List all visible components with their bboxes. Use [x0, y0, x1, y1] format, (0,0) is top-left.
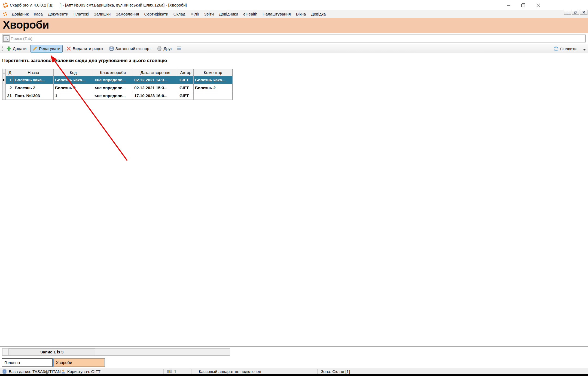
cell-comment[interactable]: Болезнь кака... — [194, 76, 232, 84]
cell-class[interactable]: <не определе... — [93, 92, 133, 100]
mdi-restore-button[interactable] — [572, 10, 579, 15]
menu-platezhi[interactable]: Платежі — [74, 12, 89, 16]
status-separator — [58, 369, 58, 374]
database-label: База даних: TASA3@TITAN — [9, 369, 61, 374]
window-restore-button[interactable] — [517, 0, 529, 10]
toolbar-grip[interactable] — [2, 46, 3, 51]
export-button-label: Загальний експорт — [115, 46, 151, 51]
menu-zamovlennia[interactable]: Замовлення — [116, 12, 139, 16]
diseases-table: ІД Назва Код Клас хвороби Дата створення… — [2, 69, 233, 100]
window-close-button[interactable] — [532, 0, 545, 10]
refresh-button[interactable]: Оновити — [551, 45, 579, 53]
menu-bar: Довідник Каса Документи Платежі Залишки … — [0, 10, 588, 18]
cell-name[interactable]: Болезнь 2 — [13, 84, 53, 92]
column-header-class[interactable]: Клас хвороби — [93, 69, 133, 76]
pencil-icon — [32, 46, 37, 51]
cell-name[interactable]: Болезнь кака... — [13, 76, 53, 84]
annotation-arrow — [0, 0, 588, 376]
app-logo-small-icon — [3, 12, 7, 16]
cell-created[interactable]: 02.12.2021 14:3... — [133, 76, 178, 84]
tab-khvoroby[interactable]: Хвороби — [53, 358, 105, 367]
column-header-code[interactable]: Код — [54, 69, 93, 76]
cell-class[interactable]: <не определе... — [93, 84, 133, 92]
column-header-name[interactable]: Назва — [13, 69, 53, 76]
menu-nalashtuvannia[interactable]: Налаштування — [263, 12, 291, 16]
delete-row-button-label: Видалити рядок — [73, 46, 103, 51]
cell-created[interactable]: 02.12.2021 15:3... — [133, 84, 178, 92]
cell-class[interactable]: <не определе... — [93, 76, 133, 84]
toolbar: Додати Редагувати Видалити рядок Загальн… — [0, 44, 588, 53]
cell-name[interactable]: Пост. №1303 — [13, 92, 53, 100]
add-button-label: Додати — [13, 46, 26, 51]
row-indicator — [2, 92, 5, 100]
app-logo-icon — [3, 2, 8, 8]
menu-zvity[interactable]: Звіти — [204, 12, 214, 16]
cash-count: 1 — [174, 369, 176, 374]
row-indicator-header — [2, 69, 5, 76]
menu-sertyfikaty[interactable]: Сертифікати — [144, 12, 168, 16]
edit-button[interactable]: Редагувати — [30, 45, 63, 53]
record-navigator-bar: Запис 1 із 3 — [2, 348, 230, 356]
cell-id[interactable]: 2 — [6, 84, 13, 92]
cell-created[interactable]: 17.10.2023 16:0... — [133, 92, 178, 100]
print-button[interactable]: Друк — [155, 45, 174, 52]
page-header: Хвороби — [0, 18, 588, 33]
status-separator — [163, 369, 164, 374]
refresh-button-label: Оновити — [560, 47, 577, 51]
record-navigator-cell[interactable] — [2, 349, 9, 355]
menu-zalyshky[interactable]: Залишки — [94, 12, 111, 16]
menu-dovidnyky[interactable]: Довідники — [219, 12, 238, 16]
cell-author[interactable]: GIFT — [178, 76, 193, 84]
cell-comment[interactable]: Болезнь 2 — [194, 84, 232, 92]
status-separator — [191, 369, 191, 374]
status-bar: База даних: TASA3@TITAN Користувач: GIFT… — [0, 368, 588, 374]
export-button[interactable]: Загальний експорт — [107, 45, 153, 52]
plus-icon — [7, 46, 11, 51]
row-indicator — [2, 84, 5, 92]
menu-sklad[interactable]: Склад — [173, 12, 185, 16]
current-row-arrow-icon — [3, 79, 5, 81]
mdi-minimize-button[interactable] — [564, 10, 571, 15]
cell-author[interactable]: GIFT — [178, 84, 193, 92]
window-minimize-button[interactable] — [502, 0, 515, 10]
cell-id[interactable]: 1 — [6, 76, 13, 84]
search-button[interactable] — [3, 35, 10, 42]
cell-id[interactable]: 21 — [6, 92, 13, 100]
column-header-id[interactable]: ІД — [6, 69, 13, 76]
database-icon — [2, 369, 7, 374]
bottom-splitter[interactable] — [0, 346, 588, 347]
menu-dokumenty[interactable]: Документи — [48, 12, 68, 16]
menu-ehealth[interactable]: eHealth — [243, 12, 257, 16]
cell-code[interactable]: 1 — [54, 92, 93, 100]
cell-author[interactable]: GIFT — [178, 92, 193, 100]
search-band — [0, 33, 588, 44]
column-header-author[interactable]: Автор — [178, 69, 193, 76]
status-separator — [317, 369, 318, 374]
delete-row-button[interactable]: Видалити рядок — [64, 45, 105, 52]
menu-dovidnyk[interactable]: Довідник — [12, 12, 29, 16]
user-icon — [61, 369, 65, 374]
column-header-created[interactable]: Дата створення — [133, 69, 178, 76]
cell-code[interactable]: Болезнь 2 — [54, 84, 93, 92]
mdi-close-button[interactable] — [580, 10, 587, 15]
row-indicator — [2, 76, 5, 84]
search-input[interactable] — [11, 35, 555, 42]
menu-vikna[interactable]: Вікна — [296, 12, 306, 16]
cash-status: Кассовый аппарат не подключен — [199, 369, 261, 374]
column-header-comment[interactable]: Коментар — [194, 69, 232, 76]
menu-items: Довідник Каса Документи Платежі Залишки … — [12, 12, 326, 16]
menu-kasa[interactable]: Каса — [34, 12, 43, 16]
record-count: Запис 1 із 3 — [9, 349, 95, 355]
printer-icon — [157, 46, 162, 51]
window-title: Скарб pro v. 4.0.0.2 [ІД: ] - [Апт №003 … — [10, 0, 187, 10]
print-button-label: Друк — [163, 46, 172, 51]
cell-code[interactable]: Болезнь кака... — [54, 76, 93, 84]
column-chooser-icon[interactable] — [177, 47, 181, 51]
red-x-icon — [66, 46, 71, 51]
tab-holovna[interactable]: Головна — [2, 358, 53, 367]
menu-dovidka[interactable]: Довідка — [311, 12, 326, 16]
refresh-dropdown-caret-icon[interactable] — [583, 49, 586, 51]
add-button[interactable]: Додати — [4, 45, 29, 52]
menu-filii[interactable]: Філії — [190, 12, 199, 16]
cell-comment[interactable] — [194, 92, 232, 100]
